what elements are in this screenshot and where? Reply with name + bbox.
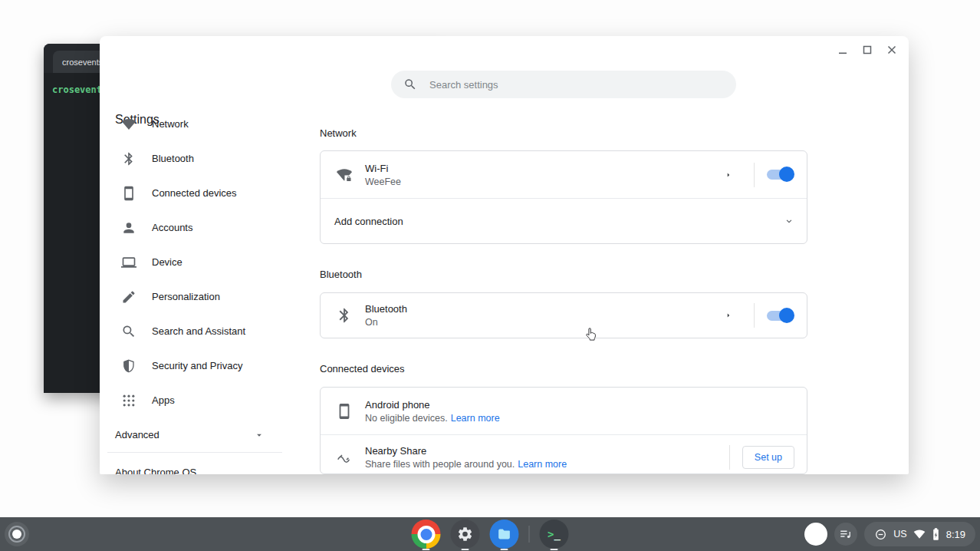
sidebar-item-label: Security and Privacy [152,360,243,371]
running-indicator [501,549,508,550]
connected-devices-card: Android phone No eligible devices.Learn … [320,387,807,474]
android-phone-status: No eligible devices. [365,413,448,424]
learn-more-link[interactable]: Learn more [518,459,567,470]
chevron-down-icon[interactable] [784,216,794,226]
settings-window: Settings Network Bluetooth Connected dev… [100,36,909,474]
chrome-app-button[interactable] [412,520,441,549]
network-card: Wi-Fi WeeFee Add connection [320,150,807,244]
sidebar-item-bluetooth[interactable]: Bluetooth [100,141,291,176]
smartphone-icon [336,403,353,420]
subpage-arrow-icon[interactable] [725,171,732,179]
settings-app-button[interactable] [451,520,480,549]
terminal-app-button[interactable]: >_ [540,520,569,549]
person-icon [121,220,136,236]
wifi-lock-icon [336,167,353,183]
sidebar-item-label: Bluetooth [152,153,194,164]
terminal-tab-title: crosevents [62,58,103,67]
sidebar-item-personalization[interactable]: Personalization [100,279,291,314]
shelf-separator [529,526,530,543]
sidebar-item-label: Device [152,256,183,268]
shield-icon [121,358,136,374]
sidebar-item-security-privacy[interactable]: Security and Privacy [100,348,291,383]
subpage-arrow-icon[interactable] [725,312,732,319]
bluetooth-toggle[interactable] [767,311,793,321]
status-tray-button[interactable]: US 8:19 [864,522,975,546]
brush-icon [121,289,136,305]
launcher-button[interactable] [5,522,29,546]
do-not-disturb-icon [874,528,887,541]
bluetooth-icon [121,151,136,167]
bluetooth-state: On [365,317,407,328]
wifi-network-name: WeeFee [365,177,401,187]
keyboard-layout-label: US [893,529,906,539]
android-phone-title: Android phone [365,399,500,411]
settings-nav: Network Bluetooth Connected devices Acco… [100,107,291,453]
section-heading-bluetooth: Bluetooth [320,269,362,280]
bluetooth-icon [336,307,353,324]
sidebar-item-accounts[interactable]: Accounts [100,210,291,245]
sidebar-item-device[interactable]: Device [100,245,291,279]
setup-button[interactable]: Set up [742,446,794,469]
learn-more-link[interactable]: Learn more [451,413,500,424]
add-connection-label: Add connection [334,216,403,227]
wifi-icon [121,117,136,132]
battery-charging-icon [932,527,940,541]
laptop-icon [121,255,136,270]
wifi-row[interactable]: Wi-Fi WeeFee [321,151,807,198]
search-bar[interactable] [391,71,736,98]
nearby-share-title: Nearby Share [365,445,567,457]
media-controls-button[interactable] [834,523,857,546]
section-heading-connected-devices: Connected devices [320,363,405,374]
files-app-button[interactable] [490,520,519,549]
sidebar-item-label: Connected devices [152,187,237,199]
running-indicator [462,549,469,550]
sidebar-item-label: Apps [152,394,175,406]
running-indicator [423,549,430,550]
chrome-icon [417,526,435,543]
nearby-share-icon [336,449,353,466]
row-separator [754,303,755,328]
wifi-status-icon [913,528,926,540]
caret-down-icon [254,430,265,440]
sidebar-item-label: Accounts [152,222,192,233]
search-input[interactable] [428,78,715,91]
shelf: >_ US 8:19 [0,517,980,551]
sidebar-item-label: Search and Assistant [152,325,245,337]
gear-icon [457,526,474,543]
wifi-toggle[interactable] [767,170,793,180]
minimize-button[interactable] [834,41,852,59]
clock: 8:19 [946,529,965,540]
sidebar-item-search-assistant[interactable]: Search and Assistant [100,314,291,348]
bluetooth-row[interactable]: Bluetooth On [321,293,807,338]
row-separator [729,445,730,470]
sidebar-item-about-chromeos[interactable]: About Chrome OS [115,467,196,474]
nearby-share-row[interactable]: Nearby Share Share files with people aro… [321,435,807,474]
apps-grid-icon [121,393,136,408]
close-button[interactable] [883,41,901,59]
advanced-expander[interactable]: Advanced [100,417,265,452]
smartphone-icon [121,186,136,201]
system-tray: US 8:19 [804,522,975,546]
sidebar-item-label: Network [152,118,189,130]
folder-icon [496,526,513,543]
bluetooth-title: Bluetooth [365,303,407,315]
sidebar-item-network[interactable]: Network [100,107,291,141]
sidebar-item-apps[interactable]: Apps [100,383,291,417]
running-indicator [551,549,558,550]
add-connection-row[interactable]: Add connection [321,199,807,243]
android-phone-row[interactable]: Android phone No eligible devices.Learn … [321,388,807,434]
maximize-button[interactable] [858,41,876,59]
search-icon [121,324,136,339]
launcher-icon [12,530,21,539]
wifi-title: Wi-Fi [365,163,401,174]
bluetooth-card: Bluetooth On [320,292,807,338]
sidebar-item-connected-devices[interactable]: Connected devices [100,176,291,210]
sidebar-item-label: Personalization [152,291,220,302]
window-controls [834,41,901,59]
advanced-label: Advanced [115,429,159,440]
avatar[interactable] [804,523,827,546]
section-heading-network: Network [320,127,357,139]
search-icon [403,78,417,91]
terminal-prompt-icon: >_ [548,528,561,540]
nearby-share-description: Share files with people around you. [365,459,515,470]
